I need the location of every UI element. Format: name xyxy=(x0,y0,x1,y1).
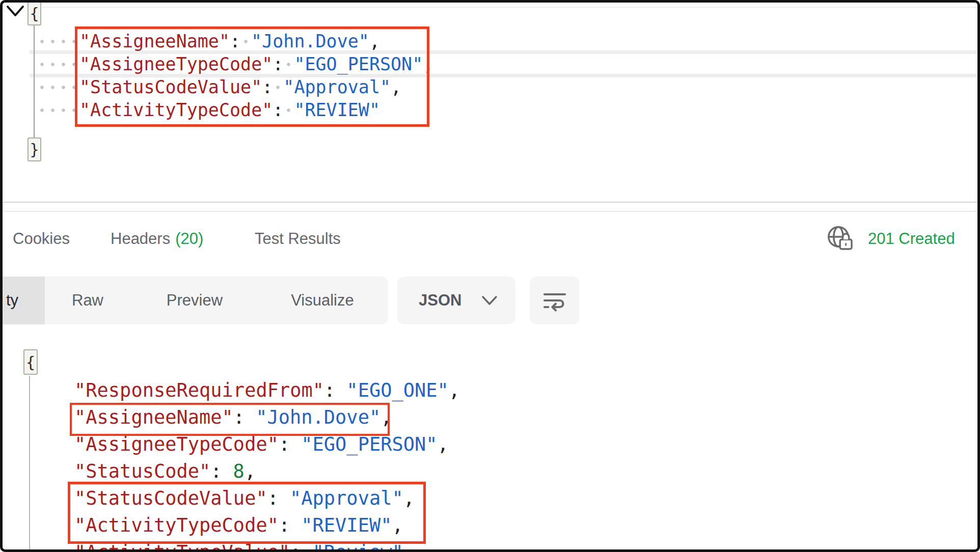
json-line: "StatusCodeValue":"Approval", xyxy=(37,76,401,99)
json-line: "AssigneeName": "John.Dove", xyxy=(29,404,392,431)
json-line: "ResponseRequiredFrom": "EGO_ONE", xyxy=(29,377,460,404)
indent-guide xyxy=(34,25,35,137)
fold-open-brace[interactable]: { xyxy=(28,2,41,25)
indent-spaces xyxy=(29,458,74,485)
space xyxy=(222,458,233,485)
indent-spaces xyxy=(29,404,74,431)
space xyxy=(244,404,256,431)
indent-spaces xyxy=(29,485,74,512)
json-line: "ActivityTypeCode":"REVIEW" xyxy=(37,99,380,122)
indent-spaces xyxy=(29,377,74,404)
whitespace-dots xyxy=(37,53,79,76)
whitespace-dots xyxy=(37,76,79,99)
whitespace-dot xyxy=(240,30,251,53)
json-line: "AssigneeTypeCode":"EGO_PERSON", xyxy=(37,53,433,76)
space xyxy=(279,485,290,512)
wrap-lines-icon xyxy=(541,287,568,314)
fold-open-brace[interactable]: { xyxy=(23,349,38,375)
json-line: "ActivityTypeCode": "REVIEW", xyxy=(29,512,403,539)
indent-spaces xyxy=(29,539,74,552)
collapse-chevron-icon[interactable] xyxy=(6,5,24,18)
pane-divider[interactable] xyxy=(0,202,980,203)
whitespace-dot xyxy=(283,53,294,76)
whitespace-dot xyxy=(283,99,294,122)
tab-visualize[interactable]: Visualize xyxy=(291,277,354,324)
indent-spaces xyxy=(29,512,74,539)
row-separator xyxy=(42,7,980,8)
space xyxy=(290,431,301,458)
tab-pretty-selected[interactable]: ty xyxy=(2,277,45,324)
json-line: "StatusCodeValue": "Approval", xyxy=(29,485,415,512)
json-line-clipped: "ActivityTypeValue": "Review" xyxy=(29,539,403,552)
wrap-lines-button[interactable] xyxy=(530,277,580,324)
tab-headers[interactable]: Headers(20) xyxy=(111,230,203,248)
tab-test-results[interactable]: Test Results xyxy=(255,230,341,248)
whitespace-dot xyxy=(273,76,283,99)
indent-spaces xyxy=(29,431,74,458)
json-line: "AssigneeTypeCode": "EGO_PERSON", xyxy=(29,431,449,458)
headers-count-badge: (20) xyxy=(175,230,203,247)
pane-divider-line xyxy=(0,211,980,212)
tab-cookies[interactable]: Cookies xyxy=(13,230,70,248)
format-dropdown[interactable]: JSON xyxy=(397,277,515,324)
api-client-window: { } "AssigneeName":"John.Dove", "Assigne… xyxy=(0,0,980,552)
whitespace-dots xyxy=(37,99,79,122)
request-body-editor[interactable]: { } "AssigneeName":"John.Dove", "Assigne… xyxy=(0,0,980,202)
space xyxy=(302,539,313,552)
space xyxy=(290,512,301,539)
json-line: "AssigneeName":"John.Dove", xyxy=(37,30,380,53)
chevron-down-icon xyxy=(481,295,498,306)
json-line: "StatusCode": 8, xyxy=(29,458,256,485)
tab-preview[interactable]: Preview xyxy=(167,277,223,324)
format-dropdown-value: JSON xyxy=(419,291,461,310)
status-badge: 201 Created xyxy=(868,230,955,248)
whitespace-dots xyxy=(37,30,79,53)
space xyxy=(335,377,346,404)
globe-lock-icon xyxy=(825,224,855,253)
tab-pretty-label: ty xyxy=(6,277,18,324)
response-body-editor[interactable]: { "ResponseRequiredFrom": "EGO_ONE", "As… xyxy=(0,336,980,552)
tab-raw[interactable]: Raw xyxy=(72,277,103,324)
fold-close-brace[interactable]: } xyxy=(28,137,41,161)
